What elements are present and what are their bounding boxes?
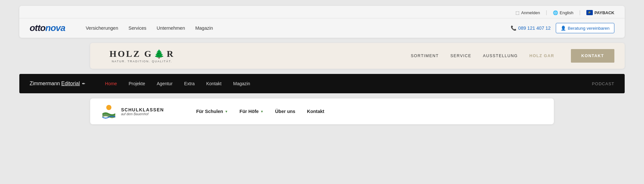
nav-unternehmen[interactable]: Unternehmen (157, 26, 185, 31)
beratung-button[interactable]: 👤 Beratung vereinbaren (556, 23, 614, 33)
ottonova-logo[interactable]: ottonova (30, 23, 65, 33)
schulklassen-logo[interactable]: SCHULKLASSEN auf dem Bauernhof (100, 103, 164, 120)
chevron-down-icon-hoefe: ▼ (260, 110, 263, 113)
holzgar-nav: SORTIMENT SERVICE AUSSTELLUNG HOLZ GAR K… (401, 49, 625, 63)
nav-extra[interactable]: Extra (184, 81, 195, 86)
person-icon: 👤 (561, 26, 566, 31)
nav-magazin[interactable]: Magazin (195, 26, 213, 31)
navbar-schulklassen: SCHULKLASSEN auf dem Bauernhof Für Schul… (90, 98, 554, 124)
nav-agentur[interactable]: Agentur (157, 81, 173, 86)
language-label: English (560, 10, 573, 15)
nav-fuer-schulen[interactable]: Für Schulen ▼ (196, 109, 228, 114)
nav-ueber-uns[interactable]: Über uns (275, 109, 295, 114)
holzgar-text-part2: R (167, 49, 175, 59)
zimmermann-nav: Home Projekte Agentur Extra Kontakt Maga… (105, 81, 250, 86)
phone-number[interactable]: 📞 089 121 407 12 (511, 26, 551, 31)
nav-ausstellung[interactable]: AUSSTELLUNG (483, 54, 518, 58)
ottonova-right-actions: 📞 089 121 407 12 👤 Beratung vereinbaren (511, 23, 614, 33)
schulklassen-subtitle: auf dem Bauernhof (121, 112, 164, 116)
zimmermann-logo[interactable]: ZimmermannEditorial✒ (30, 81, 86, 87)
nav-versicherungen[interactable]: Versicherungen (86, 26, 118, 31)
svg-point-0 (106, 105, 111, 110)
nav-sortiment[interactable]: SORTIMENT (411, 54, 439, 58)
navbar-holzgar: HOLZ G 🌲 R NATUR. TRADITION. QUALITÄT. S… (90, 43, 625, 69)
nav-projekte[interactable]: Projekte (128, 81, 145, 86)
schulklassen-icon-svg (100, 103, 117, 120)
podcast-label: PODCAST (592, 81, 614, 86)
separator-2: | (579, 10, 581, 15)
anmelden-link[interactable]: ⬚ Anmelden (516, 10, 540, 15)
nav-kontakt[interactable]: Kontakt (206, 81, 222, 86)
schulklassen-brand-text: SCHULKLASSEN auf dem Bauernhof (121, 107, 164, 116)
kontakt-button[interactable]: KONTAKT (571, 49, 614, 63)
nav-service[interactable]: SERVICE (450, 54, 471, 58)
language-link[interactable]: 🌐 English (553, 10, 573, 15)
nav-services[interactable]: Services (128, 26, 147, 31)
holzgar-tagline: NATUR. TRADITION. QUALITÄT. (112, 60, 172, 63)
nav-kontakt[interactable]: Kontakt (307, 109, 324, 114)
holzgar-text-part1: HOLZ G (109, 49, 153, 59)
payback-icon: P (586, 10, 593, 15)
holzgar-logo[interactable]: HOLZ G 🌲 R NATUR. TRADITION. QUALITÄT. (90, 49, 194, 63)
globe-icon: 🌐 (553, 10, 558, 15)
schulklassen-nav: Für Schulen ▼ Für Höfe ▼ Über uns Kontak… (196, 109, 324, 114)
phone-icon: 📞 (511, 26, 516, 31)
navbar-ottonova: ⬚ Anmelden | 🌐 English | P PAYBACK otton… (19, 6, 625, 38)
login-icon: ⬚ (516, 10, 519, 15)
payback-link[interactable]: P PAYBACK (586, 10, 614, 15)
nav-magazin[interactable]: Magazin (233, 81, 250, 86)
anmelden-label: Anmelden (521, 10, 540, 15)
navbar-zimmermann: ZimmermannEditorial✒ Home Projekte Agent… (19, 74, 625, 93)
chevron-down-icon-schulen: ▼ (225, 110, 228, 113)
schulklassen-title: SCHULKLASSEN (121, 107, 164, 112)
nav-home[interactable]: Home (105, 81, 117, 86)
holzgar-tree: 🌲 (154, 49, 166, 59)
separator-1: | (546, 10, 547, 15)
feather-icon: ✒ (82, 81, 86, 86)
payback-label: PAYBACK (594, 10, 614, 15)
nav-fuer-hoefe[interactable]: Für Höfe ▼ (240, 109, 264, 114)
ottonova-nav: Versicherungen Services Unternehmen Maga… (86, 26, 498, 31)
nav-holzgar[interactable]: HOLZ GAR (529, 54, 554, 58)
zimmermann-editorial: Editorial (61, 81, 80, 87)
zimmermann-name: Zimmermann (30, 81, 60, 87)
